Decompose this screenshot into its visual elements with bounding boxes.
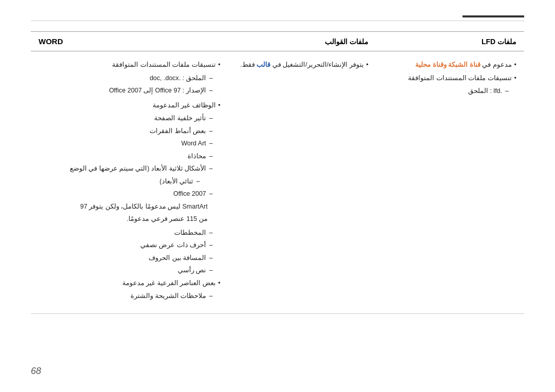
main-table: WORD ملفات القوالب ملفات LFD تنسيقات ملف… [31,31,524,314]
header-word: WORD [31,32,228,51]
word-smartart2: من 115 عنصر فرعي مدعومًا. [39,213,220,225]
lfd-column-cell: مدعوم في قناة الشبكة وقناة محلية تنسيقات… [376,51,524,314]
templates-column-cell: يتوفر الإنشاء/التحرير/التشغيل في قالب فق… [228,51,376,314]
lfd-bullet-1: مدعوم في قناة الشبكة وقناة محلية [384,59,516,71]
word-sub-protection: محاذاة [39,151,220,162]
word-sub-para: بعض أنماط الفقرات [39,125,220,137]
lfd-colored-text: قناة الشبكة وقناة محلية [415,61,480,68]
page-container: WORD ملفات القوالب ملفات LFD تنسيقات ملف… [0,0,555,392]
word-sub-footnotes: ملاحظات الشريحة والشترة [39,290,220,302]
word-sub-vertical: نص رأسي [39,265,220,276]
word-sub-charts: المخططات [39,227,220,239]
word-sub-3d: الأشكال ثلاثية الأبعاد (التي سيتم عرضها … [39,163,220,175]
word-sub-extension: الملحق : .doc, .docx [39,72,220,84]
word-sub-page-bg: تأثير خلفية الصفحة [39,113,220,124]
top-right-bar [462,15,524,17]
word-sub-office: Office 2007 [39,188,220,200]
word-column-cell: تنسيقات ملفات المستندات المتوافقة الملحق… [31,51,228,314]
header-lfd: ملفات LFD [376,32,524,51]
header-templates: ملفات القوالب [228,32,376,51]
word-bullet-2: الوظائف غير المدعومة [39,100,220,111]
word-sub-wordart: Word Art [39,138,220,150]
top-line [31,21,524,21]
word-bullet-3: بعض العناصر الفرعية غير مدعومة [39,277,220,289]
lfd-bullet-2: تنسيقات ملفات المستندات المتوافقة [384,72,516,84]
word-bullet-1: تنسيقات ملفات المستندات المتوافقة [39,59,220,71]
lfd-sub-extension: .lfd : الملحق [384,85,516,97]
word-sub-version: الإصدار : Office 97 إلى Office 2007 [39,85,220,97]
word-smartart: SmartArt ليس مدعومًا بالكامل، ولكن يتوفر… [39,201,220,213]
word-sub-half-chars: أحرف ذات عرض نصفي [39,239,220,251]
page-number: 68 [31,366,41,377]
templates-bullet-1: يتوفر الإنشاء/التحرير/التشغيل في قالب فق… [236,59,368,71]
word-sub-char-spacing: المسافة بين الحروف [39,252,220,264]
word-sub-3d-value: ثنائي الأبعاد) [39,176,220,188]
templates-colored-text: قالب [256,61,270,68]
